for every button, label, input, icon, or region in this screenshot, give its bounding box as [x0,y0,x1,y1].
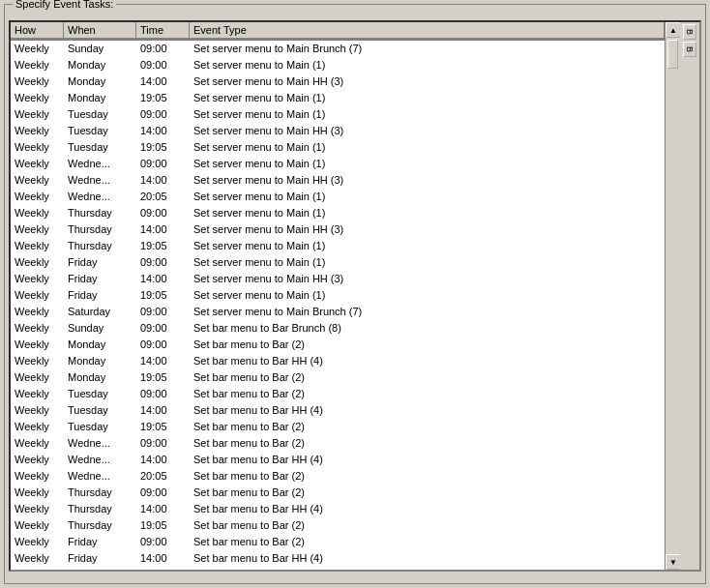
cell-how: Weekly [11,369,64,386]
table-row[interactable]: WeeklyTuesday09:00Set server menu to Mai… [11,106,665,123]
cell-event: Set bar menu to Bar (2) [190,468,665,485]
scrollbar-thumb-area[interactable] [666,38,680,554]
table-container: How When Time Event Type WeeklySunday09:… [9,20,701,572]
scrollbar-track: ▲ ▼ [665,22,680,570]
cell-event: Set bar menu to Bar (2) [190,386,665,402]
cell-time: 09:00 [136,320,190,337]
table-row[interactable]: WeeklyThursday19:05Set server menu to Ma… [11,238,665,254]
cell-how: Weekly [11,304,64,320]
table-row[interactable]: WeeklyThursday09:00Set server menu to Ma… [11,205,665,221]
cell-event: Set bar menu to Bar (2) [190,369,665,386]
group-box: Specify Event Tasks: How When Time [4,4,706,584]
table-row[interactable]: WeeklySunday09:00Set bar menu to Bar Bru… [11,320,665,337]
cell-when: Tuesday [64,139,136,156]
right-button-1[interactable]: B [683,24,696,40]
cell-time: 19:05 [136,419,190,435]
table-row[interactable]: WeeklyMonday14:00Set server menu to Main… [11,74,665,90]
cell-event: Set bar menu to Bar (2) [190,517,665,534]
cell-when: Thursday [64,221,136,238]
cell-time: 09:00 [136,57,190,74]
scrollbar-down-button[interactable]: ▼ [666,554,681,570]
table-row[interactable]: WeeklyFriday14:00Set bar menu to Bar HH … [11,550,665,567]
cell-how: Weekly [11,205,64,221]
table-row[interactable]: WeeklyMonday14:00Set bar menu to Bar HH … [11,353,665,369]
cell-when: Wedne... [64,435,136,452]
cell-event: Set server menu to Main (1) [190,205,665,221]
group-label: Specify Event Tasks: [13,0,116,10]
cell-how: Weekly [11,534,64,550]
table-body[interactable]: WeeklySunday09:00Set server menu to Main… [11,41,665,570]
col-header-time[interactable]: Time [136,22,190,40]
table-row[interactable]: WeeklyFriday09:00Set server menu to Main… [11,254,665,271]
table-row[interactable]: WeeklyThursday14:00Set bar menu to Bar H… [11,501,665,517]
table-row[interactable]: WeeklyWedne...20:05Set server menu to Ma… [11,189,665,205]
cell-event: Set server menu to Main HH (3) [190,221,665,238]
table-row[interactable]: WeeklyFriday14:00Set server menu to Main… [11,271,665,287]
table-row[interactable]: WeeklyWedne...09:00Set server menu to Ma… [11,156,665,172]
cell-event: Set server menu to Main (1) [190,238,665,254]
col-header-how[interactable]: How [11,22,64,40]
cell-how: Weekly [11,353,64,369]
col-header-event[interactable]: Event Type [190,22,665,40]
table-row[interactable]: WeeklyMonday09:00Set bar menu to Bar (2) [11,337,665,353]
cell-time: 09:00 [136,254,190,271]
cell-when: Saturday [64,304,136,320]
cell-when: Monday [64,337,136,353]
cell-time: 09:00 [136,106,190,123]
cell-event: Set server menu to Main (1) [190,189,665,205]
cell-time: 14:00 [136,74,190,90]
cell-time: 09:00 [136,435,190,452]
cell-event: Set server menu to Main (1) [190,156,665,172]
table-row[interactable]: WeeklySaturday09:00Set server menu to Ma… [11,304,665,320]
cell-when: Friday [64,254,136,271]
cell-when: Sunday [64,320,136,337]
table-row[interactable]: WeeklyMonday19:05Set bar menu to Bar (2) [11,369,665,386]
table-row[interactable]: WeeklyTuesday14:00Set server menu to Mai… [11,123,665,139]
cell-how: Weekly [11,485,64,501]
cell-time: 19:05 [136,287,190,304]
cell-when: Monday [64,57,136,74]
cell-time: 14:00 [136,123,190,139]
table-row[interactable]: WeeklyTuesday19:05Set server menu to Mai… [11,139,665,156]
table-row[interactable]: WeeklyWedne...14:00Set bar menu to Bar H… [11,452,665,468]
cell-time: 09:00 [136,304,190,320]
table-row[interactable]: WeeklyThursday19:05Set bar menu to Bar (… [11,517,665,534]
table-row[interactable]: WeeklyTuesday19:05Set bar menu to Bar (2… [11,419,665,435]
cell-event: Set server menu to Main (1) [190,106,665,123]
table-row[interactable]: WeeklyThursday09:00Set bar menu to Bar (… [11,485,665,501]
table-row[interactable]: WeeklySunday09:00Set server menu to Main… [11,41,665,57]
cell-event: Set bar menu to Bar (2) [190,534,665,550]
cell-event: Set server menu to Main (1) [190,287,665,304]
table-row[interactable]: WeeklyWedne...09:00Set bar menu to Bar (… [11,435,665,452]
table-row[interactable]: WeeklyFriday09:00Set bar menu to Bar (2) [11,534,665,550]
right-button-2[interactable]: B [683,42,696,57]
cell-event: Set bar menu to Bar (2) [190,435,665,452]
table-row[interactable]: WeeklyMonday09:00Set server menu to Main… [11,57,665,74]
table-row[interactable]: WeeklyWedne...14:00Set server menu to Ma… [11,172,665,189]
table-row[interactable]: WeeklyTuesday14:00Set bar menu to Bar HH… [11,402,665,419]
table-row[interactable]: WeeklyFriday19:05Set bar menu to Bar (2) [11,567,665,570]
cell-when: Thursday [64,205,136,221]
table-row[interactable]: WeeklyFriday19:05Set server menu to Main… [11,287,665,304]
table-row[interactable]: WeeklyWedne...20:05Set bar menu to Bar (… [11,468,665,485]
cell-when: Wedne... [64,156,136,172]
cell-time: 09:00 [136,41,190,57]
cell-how: Weekly [11,57,64,74]
scrollbar-up-button[interactable]: ▲ [666,22,681,38]
cell-when: Thursday [64,517,136,534]
cell-how: Weekly [11,468,64,485]
scrollbar-thumb[interactable] [667,40,678,69]
table-row[interactable]: WeeklyThursday14:00Set server menu to Ma… [11,221,665,238]
table-row[interactable]: WeeklyTuesday09:00Set bar menu to Bar (2… [11,386,665,402]
cell-when: Wedne... [64,189,136,205]
cell-time: 09:00 [136,337,190,353]
cell-when: Monday [64,353,136,369]
outer-container: Specify Event Tasks: How When Time [0,0,710,588]
cell-how: Weekly [11,238,64,254]
cell-how: Weekly [11,189,64,205]
table-row[interactable]: WeeklyMonday19:05Set server menu to Main… [11,90,665,106]
cell-when: Thursday [64,485,136,501]
col-header-when[interactable]: When [64,22,136,40]
cell-time: 09:00 [136,156,190,172]
cell-time: 09:00 [136,485,190,501]
